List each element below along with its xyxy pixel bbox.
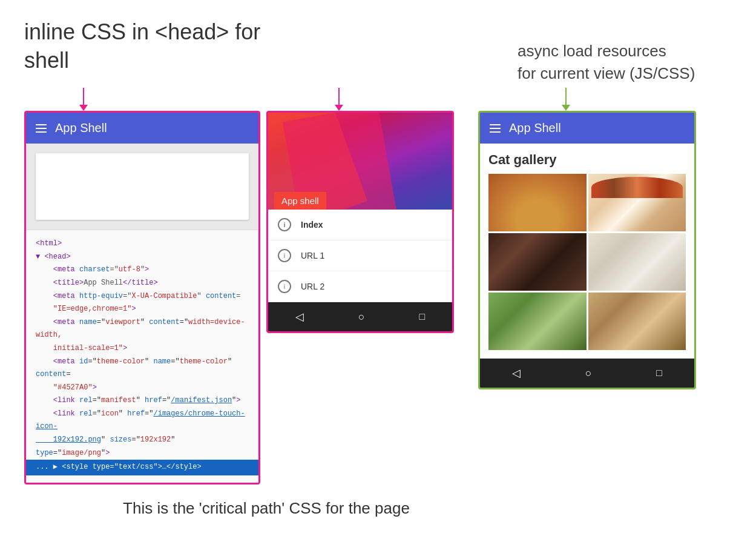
right-heading: async load resources for current view (J… — [518, 18, 732, 84]
square-icon-right: □ — [656, 368, 662, 379]
cat-image-2 — [588, 174, 686, 231]
right-phone-title: App Shell — [509, 121, 561, 135]
code-line: <meta name="viewport" content="width=dev… — [36, 316, 249, 342]
cat-image-6 — [588, 293, 686, 350]
cat-image-3 — [488, 233, 587, 291]
code-area: <html> ▼ <head> <meta charset="utf-8"> <… — [26, 230, 258, 483]
middle-phone: App shell i Index i URL 1 i URL 2 — [266, 111, 454, 333]
left-phone-body — [26, 144, 258, 230]
home-icon-right: ○ — [585, 367, 592, 380]
left-phone: App Shell <html> ▼ <head> <meta charset=… — [24, 111, 260, 485]
code-line: <meta id="theme-color" name="theme-color… — [36, 356, 249, 382]
code-line: <html> — [36, 237, 249, 251]
nav-item-index: i Index — [268, 210, 452, 240]
arrow-left — [79, 88, 88, 111]
nav-item-url2: i URL 2 — [268, 271, 452, 302]
colorful-header: App shell — [268, 113, 452, 210]
code-line: "IE=edge,chrome=1"> — [36, 303, 249, 316]
code-line: <link rel="manifest" href="/manifest.jso… — [36, 394, 249, 408]
white-box — [36, 153, 249, 220]
home-icon: ○ — [358, 311, 365, 323]
left-phone-header: App Shell — [26, 113, 258, 144]
middle-bottom-bar: ◁ ○ □ — [268, 302, 452, 331]
back-icon: ◁ — [295, 310, 304, 323]
code-line: initial-scale=1"> — [36, 342, 249, 356]
cat-image-1 — [488, 174, 587, 231]
arrow-right — [562, 88, 570, 111]
info-icon-3: i — [278, 280, 291, 293]
right-phone-header: App Shell — [480, 113, 694, 144]
code-line: 192x192.png" sizes="192x192" type="image… — [36, 434, 249, 460]
info-icon-2: i — [278, 249, 291, 262]
right-phone-body: Cat gallery — [480, 144, 694, 359]
app-shell-label: App shell — [281, 196, 319, 206]
code-line: <meta http-equiv="X-UA-Compatible" conte… — [36, 290, 249, 303]
code-line: "#4527A0"> — [36, 382, 249, 395]
back-icon-right: ◁ — [512, 366, 521, 380]
square-icon: □ — [419, 311, 425, 322]
hamburger-icon — [36, 124, 47, 133]
cat-image-5 — [488, 293, 587, 350]
middle-phone-nav: i Index i URL 1 i URL 2 — [268, 210, 452, 302]
cat-image-4 — [588, 233, 686, 291]
right-phone: App Shell Cat gallery — [478, 111, 696, 389]
bottom-caption: This is the 'critical path' CSS for the … — [24, 499, 508, 518]
code-line: <meta charset="utf-8"> — [36, 263, 249, 277]
highlighted-code-line: ... ▶ <style type="text/css">…</style> — [26, 460, 258, 475]
page-layout: inline CSS in <head> for shell async loa… — [24, 18, 732, 518]
code-line: ▼ <head> — [36, 251, 249, 264]
hamburger-icon-right — [490, 124, 501, 133]
left-phone-title: App Shell — [55, 121, 107, 135]
gallery-title: Cat gallery — [488, 152, 686, 168]
left-heading: inline CSS in <head> for shell — [24, 18, 284, 75]
cat-grid — [488, 174, 686, 350]
right-bottom-bar: ◁ ○ □ — [480, 359, 694, 388]
code-line: <link rel="icon" href="/images/chrome-to… — [36, 408, 249, 434]
arrow-middle — [335, 88, 343, 111]
code-line: <title>App Shell</title> — [36, 277, 249, 290]
nav-item-url1: i URL 1 — [268, 240, 452, 271]
info-icon: i — [278, 218, 291, 231]
